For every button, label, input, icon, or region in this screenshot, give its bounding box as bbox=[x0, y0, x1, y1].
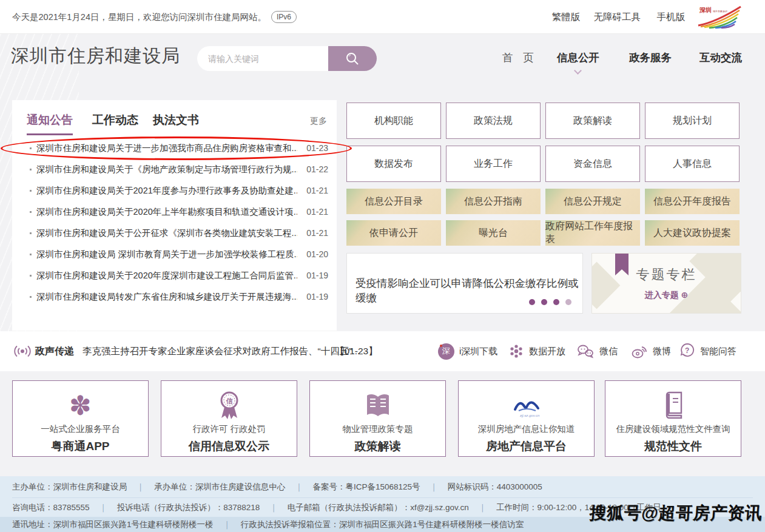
card-subtitle: 住房建设领域规范性文件查询 bbox=[605, 423, 741, 435]
quicklink-business-work[interactable]: 业务工作 bbox=[446, 146, 541, 182]
card-subtitle: 物业管理政策专题 bbox=[310, 423, 445, 435]
tool-weibo[interactable]: 微博 bbox=[631, 331, 671, 371]
notice-row[interactable]: 深圳市住房和建设局关于2020年度深圳市建设工程施工合同后监管...01-19 bbox=[12, 265, 337, 286]
ishenzhen-app-icon: 深 bbox=[438, 343, 454, 360]
notice-row[interactable]: 深圳市住房和建设局关于2020年上半年勘察项目和轨道交通设计项...01-21 bbox=[12, 201, 337, 223]
tool-label: 数据开放 bbox=[529, 346, 565, 357]
card-normative-documents[interactable]: 住房建设领域规范性文件查询 规范性文件 bbox=[605, 380, 741, 457]
more-link[interactable]: 更多 bbox=[310, 116, 327, 127]
card-subtitle: 一站式企业服务平台 bbox=[13, 423, 148, 435]
carousel-dot[interactable] bbox=[565, 299, 571, 305]
tab-notices[interactable]: 通知公告 bbox=[27, 112, 73, 135]
notice-row[interactable]: 深圳市住房和建设局转发广东省住房和城乡建设厅关于开展违规海...01-19 bbox=[12, 286, 337, 308]
tool-wechat[interactable]: 微信 bbox=[576, 331, 618, 371]
broadcast-icon bbox=[13, 344, 32, 359]
search-button[interactable] bbox=[328, 46, 377, 71]
notice-title: 深圳市住房和建设局关于2020年上半年勘察项目和轨道交通设计项... bbox=[36, 201, 297, 223]
quicklink-npc-proposals[interactable]: 人大建议政协提案 bbox=[645, 220, 740, 246]
notice-panel: 通知公告 工作动态 执法文书 更多 深圳市住房和建设局关于进一步加强我市商品住房… bbox=[12, 100, 337, 331]
footer-row-1: 主办单位：深圳市住房和建设局承办单位：深圳市住房建设信息中心备案号：粤ICP备1… bbox=[12, 476, 753, 498]
ipv6-badge[interactable]: IPv6 bbox=[271, 11, 297, 23]
smart-qa-icon: ? bbox=[679, 343, 695, 360]
footer-host-unit: 主办单位：深圳市住房和建设局 bbox=[12, 482, 154, 491]
banner-caption: 受疫情影响企业可以申请降低公积金缴存比例或缓缴 bbox=[356, 276, 582, 305]
notice-date: 01-20 bbox=[306, 244, 328, 265]
card-title: 规范性文件 bbox=[605, 439, 741, 454]
notice-date: 01-21 bbox=[306, 180, 328, 201]
footer-complaint-phone: 投诉电话（行政执法投诉）：83788218 bbox=[117, 503, 288, 512]
nav-home[interactable]: 首 页 bbox=[502, 0, 538, 58]
card-real-estate-platform[interactable]: zjj.sz.gov.cn 深圳房地产信息让你知道 房地产信息平台 bbox=[458, 380, 595, 457]
welcome-text: 今天是2021年1月24日，星期日，欢迎您访问深圳市住建局网站。IPv6 bbox=[12, 0, 297, 34]
nav-info-disclosure[interactable]: 信息公开 bbox=[557, 0, 599, 58]
notice-date: 01-19 bbox=[306, 286, 328, 308]
book-icon bbox=[605, 388, 741, 423]
tool-label: 微博 bbox=[653, 346, 671, 357]
footer-complaint-box-location: 行政执法投诉举报箱位置：深圳市福田区振兴路1号住建科研楼附楼一楼信访室 bbox=[241, 520, 524, 529]
quicklink-disclosure-request[interactable]: 依申请公开 bbox=[346, 220, 441, 246]
nav-government-services[interactable]: 政务服务 bbox=[629, 0, 672, 58]
carousel-dot[interactable] bbox=[529, 299, 535, 305]
tool-open-data[interactable]: 数据开放 bbox=[508, 331, 565, 371]
open-book-icon bbox=[310, 388, 445, 423]
card-subtitle: 深圳房地产信息让你知道 bbox=[459, 423, 594, 435]
notice-title: 深圳市住房和建设局关于2020年度深圳市建设工程施工合同后监管... bbox=[36, 265, 297, 286]
tool-ishenzhen-download[interactable]: 深 i深圳下载 bbox=[438, 331, 497, 371]
ticker-headline[interactable]: 李克强主持召开专家企业家座谈会征求对政府工作报告、“十四五”... bbox=[83, 331, 360, 371]
weibo-icon bbox=[631, 343, 648, 359]
card-title: 政策解读 bbox=[310, 439, 445, 454]
welcome-label: 今天是2021年1月24日，星期日，欢迎您访问深圳市住建局网站。 bbox=[12, 12, 266, 22]
carousel-banner[interactable]: 受疫情影响企业可以申请降低公积金缴存比例或缓缴 bbox=[346, 253, 583, 314]
nav-interaction[interactable]: 互动交流 bbox=[699, 0, 742, 58]
notice-row[interactable]: 深圳市住房和建设局关于进一步加强我市商品住房购房资格审查和...01-23 bbox=[12, 138, 337, 159]
svg-text:?: ? bbox=[685, 346, 689, 355]
card-policy-reading[interactable]: 物业管理政策专题 政策解读 bbox=[309, 380, 446, 457]
quicklink-policy-reading[interactable]: 政策解读 bbox=[545, 103, 640, 139]
card-title: 粤商通APP bbox=[13, 439, 148, 454]
tool-smart-qa[interactable]: ? 智能问答 bbox=[679, 331, 736, 371]
footer-address: 通讯地址：深圳市福田区振兴路1号住建科研楼附楼一楼 bbox=[12, 520, 241, 529]
quicklink-funds-info[interactable]: 资金信息 bbox=[545, 146, 640, 182]
quicklink-policies[interactable]: 政策法规 bbox=[446, 103, 541, 139]
quicklink-data-release[interactable]: 数据发布 bbox=[346, 146, 441, 182]
notice-row[interactable]: 深圳市住房和建设局关于公开征求《深圳市各类物业建筑安装工程...01-21 bbox=[12, 223, 337, 244]
notice-row[interactable]: 深圳市住房和建设局关于《房地产政策制定与市场管理行政行为规...01-22 bbox=[12, 159, 337, 180]
search-input[interactable] bbox=[197, 46, 328, 71]
special-column-title: 专题专栏 bbox=[592, 266, 741, 284]
property-logo-icon: zjj.sz.gov.cn bbox=[459, 388, 594, 423]
quicklink-annual-report[interactable]: 信息公开年度报告 bbox=[645, 189, 740, 214]
svg-text:zjj.sz.gov.cn: zjj.sz.gov.cn bbox=[519, 414, 540, 417]
quicklink-disclosure-guide[interactable]: 信息公开指南 bbox=[446, 189, 541, 214]
quicklink-personnel-info[interactable]: 人事信息 bbox=[645, 146, 740, 182]
quicklink-disclosure-catalog[interactable]: 信息公开目录 bbox=[346, 189, 441, 214]
card-title: 房地产信息平台 bbox=[459, 439, 594, 454]
quicklink-exposure-platform[interactable]: 曝光台 bbox=[446, 220, 541, 246]
notice-date: 01-19 bbox=[306, 265, 328, 286]
tab-enforcement-documents[interactable]: 执法文书 bbox=[153, 112, 199, 128]
footer-row-3: 通讯地址：深圳市福田区振兴路1号住建科研楼附楼一楼行政执法投诉举报箱位置：深圳市… bbox=[12, 517, 524, 532]
notice-row[interactable]: 深圳市住房和建设局 深圳市教育局关于进一步加强学校装修工程质...01-20 bbox=[12, 244, 337, 265]
quicklink-disclosure-rules[interactable]: 信息公开规定 bbox=[545, 189, 640, 214]
card-yueshangtong-app[interactable]: ✽ 一站式企业服务平台 粤商通APP bbox=[12, 380, 149, 457]
carousel-dot[interactable] bbox=[541, 299, 547, 305]
quicklink-org-functions[interactable]: 机构职能 bbox=[346, 103, 441, 139]
quicklink-planning[interactable]: 规划计划 bbox=[645, 103, 740, 139]
notice-title: 深圳市住房和建设局关于《房地产政策制定与市场管理行政行为规... bbox=[36, 159, 297, 180]
card-credit-disclosure[interactable]: 信 行政许可 行政处罚 信用信息双公示 bbox=[161, 380, 297, 457]
footer-phone: 咨询电话：83785555 bbox=[12, 503, 117, 512]
flower-glyph: ✽ bbox=[69, 391, 92, 420]
search-icon bbox=[345, 51, 360, 67]
tool-label: 微信 bbox=[599, 346, 618, 357]
ticker-date: 【01-23】 bbox=[335, 331, 378, 371]
notice-title: 深圳市住房和建设局 深圳市教育局关于进一步加强学校装修工程质... bbox=[36, 244, 297, 265]
enter-special-link[interactable]: 进入专题 ⊕ bbox=[592, 290, 741, 301]
notice-date: 01-22 bbox=[306, 159, 328, 180]
quicklink-website-report[interactable]: 政府网站工作年度报表 bbox=[545, 220, 640, 246]
footer-site-id: 网站标识码：4403000005 bbox=[448, 482, 542, 491]
carousel-dot[interactable] bbox=[553, 299, 559, 305]
special-column-box[interactable]: 专题专栏 进入专题 ⊕ bbox=[591, 253, 741, 314]
notice-date: 01-21 bbox=[306, 201, 328, 223]
notice-row[interactable]: 深圳市住房和建设局关于2021年度参与办理行政事务及协助查处建...01-21 bbox=[12, 180, 337, 201]
tool-label: i深圳下载 bbox=[459, 346, 497, 357]
tab-work-updates[interactable]: 工作动态 bbox=[92, 112, 138, 128]
